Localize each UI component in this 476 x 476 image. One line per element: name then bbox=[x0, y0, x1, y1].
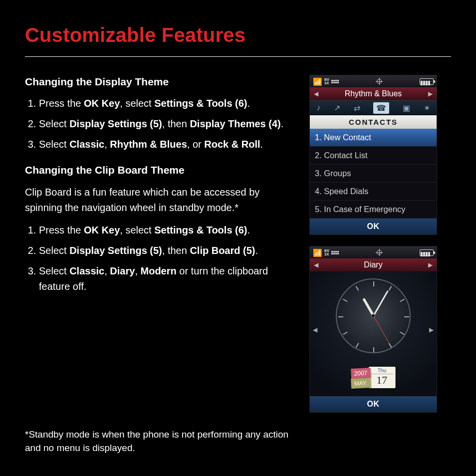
battery-icon bbox=[420, 78, 434, 85]
calls-tab-icon: ⇄ bbox=[354, 103, 360, 113]
media-tab-icon: ▣ bbox=[403, 103, 410, 113]
step: Select Classic, Rhythm & Blues, or Rock … bbox=[39, 137, 294, 152]
contacts-tab-icon: ☎ bbox=[373, 102, 389, 114]
phone-screenshot-clipboard: 📶 EV1X ◀ Diary ▶ ◀ ▶ bbox=[309, 246, 437, 413]
left-arrow-icon: ◀ bbox=[314, 261, 318, 268]
theme-title-bar: ◀ Rhythm & Blues ▶ bbox=[310, 87, 437, 100]
messaging-tab-icon: ↗ bbox=[334, 103, 340, 113]
phone-screenshot-theme: 📶 EV1X ◀ Rhythm & Blues ▶ ♪ bbox=[309, 75, 437, 235]
display-theme-steps: Press the OK Key, select Settings & Tool… bbox=[25, 96, 294, 152]
evdo-indicator: EV1X bbox=[324, 249, 329, 256]
clipboard-title-bar: ◀ Diary ▶ bbox=[310, 258, 437, 271]
section-heading-display-theme: Changing the Display Theme bbox=[25, 75, 294, 89]
status-bar: 📶 EV1X bbox=[310, 75, 437, 87]
right-arrow-icon: ▶ bbox=[428, 90, 433, 97]
step: Press the OK Key, select Settings & Tool… bbox=[39, 223, 294, 238]
divider bbox=[25, 56, 451, 57]
data-indicator-icon bbox=[331, 80, 339, 83]
right-arrow-icon: ▶ bbox=[428, 261, 433, 268]
menu-item-groups: 3. Groups bbox=[310, 165, 437, 183]
footnote: *Standby mode is when the phone is not p… bbox=[25, 428, 299, 455]
location-icon bbox=[377, 79, 382, 84]
clock-second-hand bbox=[373, 316, 389, 343]
nav-left-icon: ◀ bbox=[313, 326, 317, 333]
analog-clock bbox=[336, 278, 411, 353]
location-icon bbox=[377, 250, 382, 255]
signal-icon: 📶 bbox=[313, 78, 322, 85]
day-number: 17 bbox=[370, 374, 393, 386]
clipboard-body: ◀ ▶ bbox=[310, 271, 437, 396]
music-tab-icon: ♪ bbox=[316, 103, 320, 112]
tools-tab-icon: ✶ bbox=[424, 103, 430, 113]
year-tape: 2007 bbox=[351, 368, 371, 379]
step: Press the OK Key, select Settings & Tool… bbox=[39, 96, 294, 111]
menu-section-header: CONTACTS bbox=[310, 115, 437, 129]
battery-icon bbox=[420, 249, 434, 256]
evdo-indicator: EV1X bbox=[324, 78, 329, 85]
date-tapes: 2007 MAY Thu 17 bbox=[351, 367, 396, 388]
instructions-column: Changing the Display Theme Press the OK … bbox=[25, 75, 294, 413]
step: Select Display Settings (5), then Clip B… bbox=[39, 243, 294, 258]
signal-icon: 📶 bbox=[313, 249, 322, 256]
page-title: Customizable Features bbox=[25, 24, 451, 46]
clipboard-name: Diary bbox=[364, 260, 382, 269]
nav-right-icon: ▶ bbox=[429, 326, 434, 333]
menu-item-new-contact: 1. New Contact bbox=[310, 129, 437, 147]
data-indicator-icon bbox=[331, 251, 339, 254]
softkey-ok: OK bbox=[310, 396, 437, 412]
step: Select Display Settings (5), then Displa… bbox=[39, 116, 294, 132]
status-bar: 📶 EV1X bbox=[310, 246, 437, 258]
date-card: Thu 17 bbox=[368, 367, 395, 388]
section-heading-clipboard-theme: Changing the Clip Board Theme bbox=[25, 163, 294, 177]
clipboard-theme-steps: Press the OK Key, select Settings & Tool… bbox=[25, 223, 294, 294]
screenshot-column: 📶 EV1X ◀ Rhythm & Blues ▶ ♪ bbox=[309, 75, 439, 413]
menu-item-ice: 5. In Case of Emergency bbox=[310, 201, 437, 219]
softkey-ok: OK bbox=[310, 219, 437, 235]
menu-item-speed-dials: 4. Speed Dials bbox=[310, 183, 437, 201]
clipboard-intro: Clip Board is a fun feature which can be… bbox=[25, 185, 294, 216]
left-arrow-icon: ◀ bbox=[314, 90, 318, 97]
theme-name: Rhythm & Blues bbox=[345, 89, 402, 98]
menu-list: 1. New Contact 2. Contact List 3. Groups… bbox=[310, 129, 437, 219]
step: Select Classic, Diary, Modern or turn th… bbox=[39, 263, 294, 294]
month-tape: MAY bbox=[351, 378, 371, 389]
clock-minute-hand bbox=[373, 290, 389, 316]
tab-icon-row: ♪ ↗ ⇄ ☎ ▣ ✶ bbox=[310, 100, 437, 115]
menu-item-contact-list: 2. Contact List bbox=[310, 147, 437, 165]
